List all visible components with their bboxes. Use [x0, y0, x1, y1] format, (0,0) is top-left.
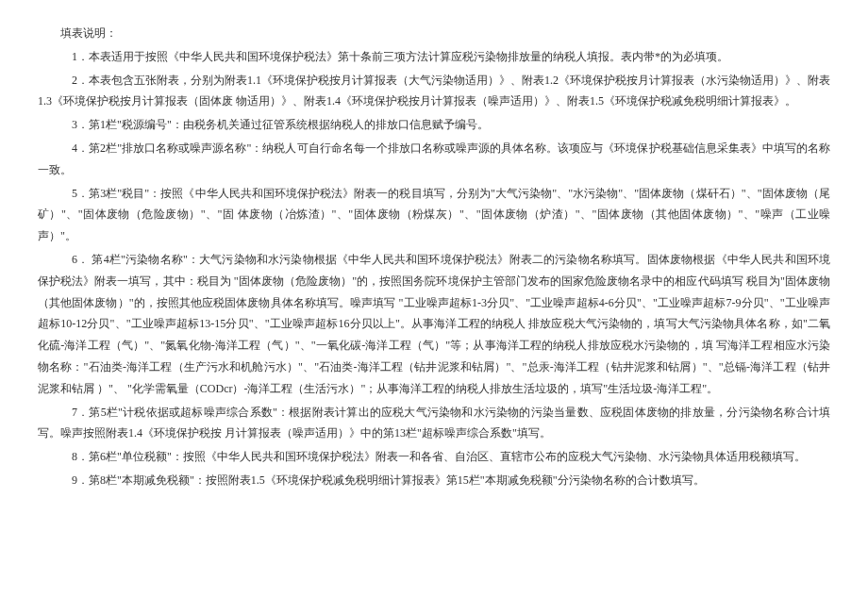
instruction-item-7: 7．第5栏"计税依据或超标噪声综合系数"：根据附表计算出的应税大气污染物和水污染…	[38, 402, 830, 445]
instruction-item-6: 6． 第4栏"污染物名称"：大气污染物和水污染物根据《中华人民共和国环境保护税法…	[38, 249, 830, 400]
instruction-item-1: 1．本表适用于按照《中华人民共和国环境保护税法》第十条前三项方法计算应税污染物排…	[38, 46, 830, 68]
instruction-item-9: 9．第8栏"本期减免税额"：按照附表1.5《环境保护税减免税明细计算报表》第15…	[38, 470, 830, 491]
document-title: 填表说明：	[38, 23, 830, 44]
instruction-item-4: 4．第2栏"排放口名称或噪声源名称"：纳税人可自行命名每一个排放口名称或噪声源的…	[38, 138, 830, 181]
instruction-item-8: 8．第6栏"单位税额"：按照《中华人民共和国环境保护税法》附表一和各省、自治区、…	[38, 446, 830, 468]
instruction-item-5: 5．第3栏"税目"：按照《中华人民共和国环境保护税法》附表一的税目填写，分别为"…	[38, 183, 830, 247]
instruction-item-2: 2．本表包含五张附表，分别为附表1.1《环境保护税按月计算报表（大气污染物适用）…	[38, 70, 830, 113]
instruction-item-3: 3．第1栏"税源编号"：由税务机关通过征管系统根据纳税人的排放口信息赋予编号。	[38, 114, 830, 136]
